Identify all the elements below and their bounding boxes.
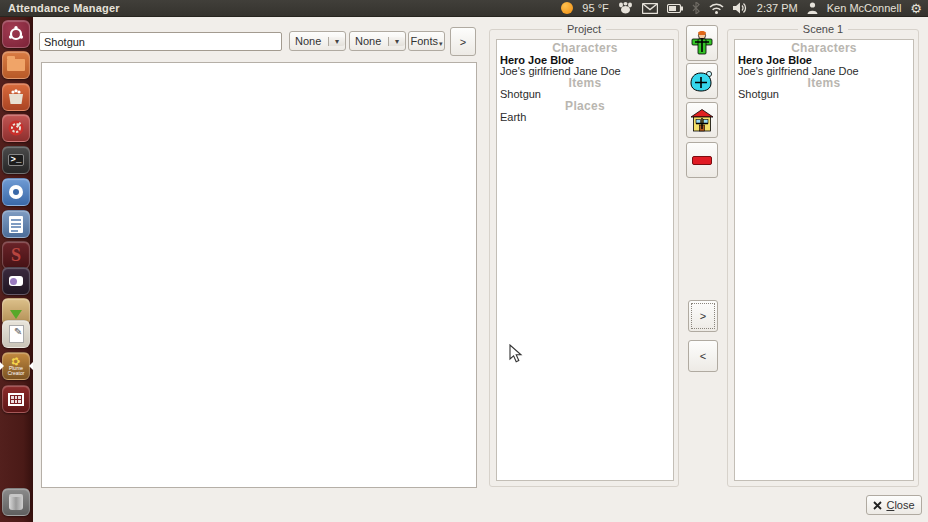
list-section-header: Characters <box>497 43 673 55</box>
wifi-icon[interactable] <box>709 3 724 14</box>
minus-icon <box>692 156 712 165</box>
unity-launcher: >_ S ✎ ✿ Plume Creator <box>0 17 33 522</box>
bluetooth-icon[interactable] <box>692 2 700 14</box>
expand-toolbar-button[interactable]: > <box>450 27 476 56</box>
plume-creator-icon[interactable]: ✿ Plume Creator <box>2 352 30 380</box>
attendance-manager-icon[interactable] <box>2 385 30 413</box>
system-settings-icon[interactable] <box>2 114 30 142</box>
style-combo-2[interactable]: None ▾ <box>349 31 406 51</box>
add-item-button[interactable] <box>686 63 718 99</box>
project-group-title: Project <box>490 23 678 35</box>
messenger-icon[interactable] <box>2 267 30 295</box>
fonts-button[interactable]: Fonts▾ <box>408 31 445 51</box>
username-label[interactable]: Ken McConnell <box>827 2 902 14</box>
text-editor-area[interactable] <box>41 62 477 488</box>
top-panel: Attendance Manager 95 °F 2:37 PM Ken McC… <box>0 0 928 17</box>
word-processor-icon[interactable] <box>2 210 30 238</box>
browser-icon[interactable] <box>2 178 30 206</box>
title-input[interactable] <box>39 32 282 51</box>
system-tray: 95 °F 2:37 PM Ken McConnell ⚙ <box>561 2 928 15</box>
mail-icon[interactable] <box>642 3 658 14</box>
list-section-header: Characters <box>735 43 913 55</box>
menu-indicator-icon: ▾ <box>439 40 443 48</box>
window-title: Attendance Manager <box>0 2 120 14</box>
item-plus-icon <box>690 70 714 92</box>
place-plus-icon <box>690 109 714 132</box>
terminal-icon[interactable]: >_ <box>2 146 30 174</box>
project-groupbox: Project CharactersHero Joe BloeJoe's gir… <box>489 29 679 487</box>
volume-icon[interactable] <box>733 2 748 14</box>
focused-indicator-arrow <box>29 362 33 370</box>
close-icon <box>873 501 882 510</box>
weather-sun-icon[interactable] <box>561 2 573 14</box>
paw-icon[interactable] <box>618 2 633 14</box>
user-icon[interactable] <box>807 2 818 14</box>
move-right-button[interactable]: > <box>688 300 718 332</box>
scribus-icon[interactable]: S <box>2 241 30 269</box>
remove-button[interactable] <box>686 142 718 178</box>
project-list[interactable]: CharactersHero Joe BloeJoe's girlfriend … <box>496 39 674 481</box>
software-center-icon[interactable] <box>2 83 30 111</box>
chevron-down-icon[interactable]: ▾ <box>328 37 345 46</box>
notes-icon[interactable]: ✎ <box>2 320 30 348</box>
character-plus-icon <box>691 31 713 55</box>
close-button[interactable]: Close <box>866 495 922 515</box>
style-combo-1[interactable]: None ▾ <box>289 31 346 51</box>
trash-icon[interactable] <box>2 488 30 516</box>
scene-group-title: Scene 1 <box>728 23 918 35</box>
gear-icon[interactable]: ⚙ <box>910 2 922 15</box>
temperature-label[interactable]: 95 °F <box>582 2 608 14</box>
chevron-down-icon[interactable]: ▾ <box>388 37 405 46</box>
dash-home-icon[interactable] <box>2 20 30 48</box>
battery-icon[interactable] <box>667 4 683 13</box>
scene-groupbox: Scene 1 CharactersHero Joe BloeJoe's gir… <box>727 29 919 487</box>
clock-label[interactable]: 2:37 PM <box>757 2 798 14</box>
add-place-button[interactable] <box>686 102 718 138</box>
move-left-button[interactable]: < <box>688 340 718 372</box>
add-character-button[interactable] <box>686 25 718 61</box>
running-indicator-arrow <box>0 362 4 370</box>
files-icon[interactable] <box>2 51 30 79</box>
scene-list[interactable]: CharactersHero Joe BloeJoe's girlfriend … <box>734 39 914 481</box>
list-item[interactable]: Shotgun <box>735 89 913 101</box>
list-item[interactable]: Earth <box>497 112 673 124</box>
